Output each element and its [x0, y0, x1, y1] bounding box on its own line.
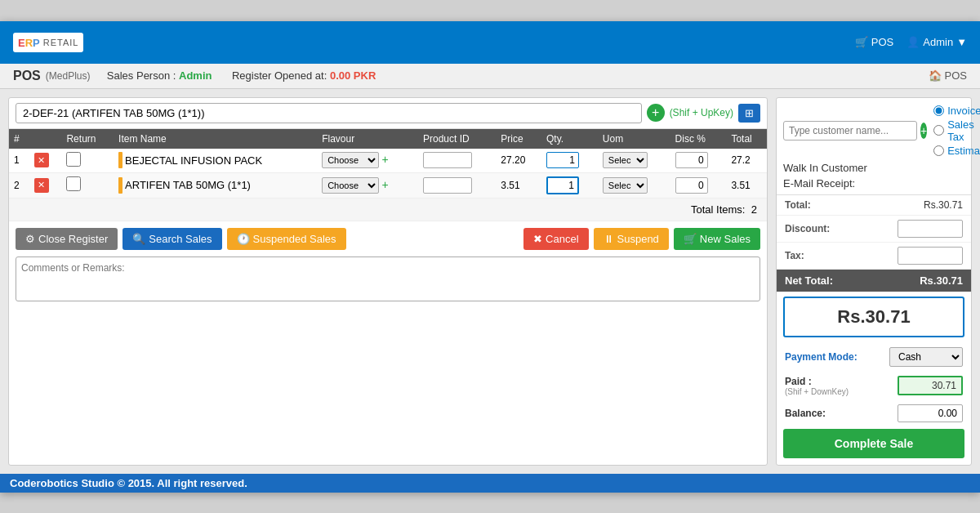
customer-name-input[interactable]: [783, 121, 917, 141]
uom-select[interactable]: Selec: [603, 152, 648, 168]
clock-icon: 🕐: [237, 233, 250, 245]
total-items-row: Total Items: 2: [9, 198, 767, 221]
paid-label-group: Paid : (Shif + DownKey): [785, 376, 849, 396]
col-disc: Disc %: [670, 129, 727, 149]
comments-area: [9, 256, 767, 310]
row-product-id[interactable]: [418, 149, 496, 173]
qty-input[interactable]: [546, 152, 579, 168]
col-price: Price: [496, 129, 541, 149]
dropdown-icon: ▼: [956, 36, 967, 48]
row-return[interactable]: [61, 149, 114, 173]
delete-button[interactable]: ✕: [34, 153, 49, 167]
total-value: Rs.30.71: [924, 199, 963, 211]
table-row: 2 ✕ ARTIFEN TAB 50MG (1*1) Choose: [9, 172, 767, 198]
flavour-select[interactable]: Choose: [322, 177, 379, 194]
net-total-label: Net Total:: [785, 274, 833, 287]
discount-input[interactable]: [898, 220, 963, 238]
row-qty[interactable]: [541, 149, 598, 173]
sales-person-name: Admin: [179, 69, 212, 82]
row-price: 3.51: [496, 172, 541, 198]
net-total-row: Net Total: Rs.30.71: [777, 270, 971, 292]
items-table: # Return Item Name Flavour Product ID Pr…: [9, 129, 767, 221]
nav-pos-btn[interactable]: 🛒 POS: [855, 36, 893, 48]
grid-icon: ⊞: [745, 107, 754, 119]
add-flavour-icon[interactable]: +: [381, 153, 388, 166]
subheader-left: POS (MedPlus) Sales Person : Admin Regis…: [13, 69, 376, 83]
row-flavour[interactable]: Choose +: [317, 172, 418, 198]
header-right: 🛒 POS 👤 Admin ▼: [855, 36, 967, 48]
total-items-label: Total Items:: [691, 203, 745, 216]
footer-text: Coderobotics Studio © 2015. All right re…: [10, 477, 247, 489]
walk-in-row: Walk In Customer: [777, 160, 971, 176]
row-flavour[interactable]: Choose +: [317, 149, 418, 173]
add-customer-button[interactable]: +: [920, 123, 927, 139]
cancel-button[interactable]: ✖ Cancel: [523, 228, 588, 250]
balance-row: Balance:: [777, 400, 971, 429]
qty-input[interactable]: [546, 176, 579, 194]
nav-admin-btn[interactable]: 👤 Admin ▼: [906, 36, 967, 48]
complete-sale-button[interactable]: Complete Sale: [783, 429, 964, 458]
row-delete[interactable]: ✕: [29, 149, 62, 173]
sales-tax-radio-item[interactable]: Sales Tax: [933, 118, 980, 143]
tax-input[interactable]: [898, 247, 963, 265]
customer-row: + Invoice Sales Tax Estimate: [777, 98, 971, 160]
row-price: 27.20: [496, 149, 541, 173]
row-product-id[interactable]: [418, 172, 496, 198]
row-uom[interactable]: Selec: [598, 149, 670, 173]
add-item-button[interactable]: +: [647, 104, 665, 122]
estimate-label: Estimate: [947, 145, 980, 157]
row-disc[interactable]: [670, 149, 727, 173]
medplus-label: (MedPlus): [46, 70, 91, 82]
pos-link[interactable]: 🏠 POS: [929, 69, 967, 82]
uom-select[interactable]: Selec: [603, 177, 648, 194]
close-register-button[interactable]: ⚙ Close Register: [16, 228, 118, 250]
row-uom[interactable]: Selec: [598, 172, 670, 198]
new-sales-button[interactable]: 🛒 New Sales: [674, 228, 760, 250]
big-amount-display: Rs.30.71: [783, 297, 964, 337]
row-qty[interactable]: [541, 172, 598, 198]
search-icon: 🔍: [132, 233, 145, 245]
suspended-sales-button[interactable]: 🕐 Suspended Sales: [227, 228, 346, 250]
col-qty: Qty.: [541, 129, 598, 149]
return-checkbox[interactable]: [66, 176, 81, 191]
item-search-input[interactable]: [16, 103, 642, 123]
invoice-radio[interactable]: [933, 105, 944, 116]
balance-input[interactable]: [898, 404, 963, 422]
sales-tax-radio[interactable]: [933, 125, 944, 136]
col-item-name: Item Name: [114, 129, 317, 149]
email-receipt-label: E-Mail Receipt:: [783, 177, 855, 190]
product-id-input[interactable]: [423, 152, 472, 168]
discount-row: Discount:: [777, 216, 971, 243]
row-delete[interactable]: ✕: [29, 172, 62, 198]
logo-box: ERP RETAIL: [13, 33, 83, 52]
estimate-radio-item[interactable]: Estimate: [933, 145, 980, 157]
paid-hint: (Shif + DownKey): [785, 387, 849, 396]
search-sales-button[interactable]: 🔍 Search Sales: [122, 228, 221, 250]
grid-view-button[interactable]: ⊞: [738, 104, 760, 123]
email-row: E-Mail Receipt:: [777, 176, 971, 194]
comments-textarea[interactable]: [16, 256, 760, 301]
payment-mode-select[interactable]: Cash Credit Card Cheque: [889, 347, 963, 367]
pause-icon: ⏸: [604, 233, 614, 245]
tax-row: Tax:: [777, 243, 971, 270]
row-item-name: BEJECTAL INFUSION PACK: [114, 149, 317, 173]
left-panel: + (Shif + UpKey) ⊞ # Return Item Name Fl…: [8, 97, 768, 466]
product-id-input[interactable]: [423, 177, 472, 194]
suspend-button[interactable]: ⏸ Suspend: [594, 228, 669, 250]
add-flavour-icon[interactable]: +: [381, 178, 388, 191]
delete-button[interactable]: ✕: [34, 178, 49, 193]
return-checkbox[interactable]: [66, 152, 81, 167]
flavour-select[interactable]: Choose: [322, 152, 379, 168]
sales-person-label: Sales Person : Admin: [107, 69, 212, 82]
summary-section: Total: Rs.30.71 Discount: Tax:: [777, 194, 971, 270]
footer: Coderobotics Studio © 2015. All right re…: [0, 474, 980, 493]
paid-input[interactable]: [898, 376, 963, 395]
row-disc[interactable]: [670, 172, 727, 198]
invoice-radio-item[interactable]: Invoice: [933, 105, 980, 117]
estimate-radio[interactable]: [933, 145, 944, 156]
disc-input[interactable]: [675, 152, 708, 168]
col-uom: Uom: [598, 129, 670, 149]
disc-input[interactable]: [675, 177, 708, 194]
row-num: 1: [9, 149, 29, 173]
row-return[interactable]: [61, 172, 114, 198]
